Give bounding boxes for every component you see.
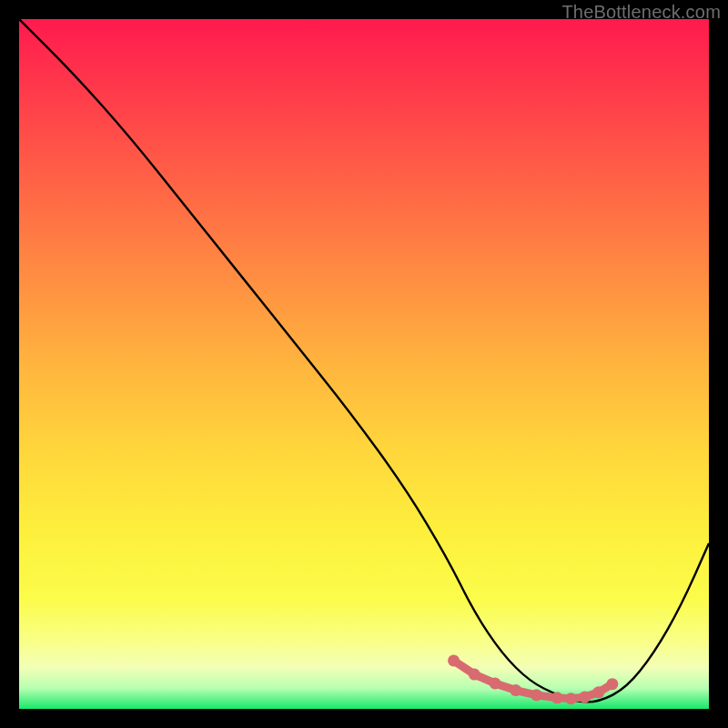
valley-highlight-dot — [531, 689, 542, 701]
chart-svg — [19, 19, 709, 709]
valley-highlight-dot — [448, 654, 460, 666]
chart-frame — [19, 19, 709, 709]
valley-highlight-dot — [510, 684, 521, 696]
valley-highlight-group — [448, 654, 618, 704]
valley-highlight-dot — [565, 693, 577, 704]
valley-highlight-dot — [579, 692, 591, 703]
valley-highlight-dot — [551, 692, 563, 703]
bottleneck-curve-path — [19, 19, 709, 702]
valley-highlight-dot — [606, 678, 618, 690]
valley-highlight-dot — [592, 686, 604, 698]
valley-highlight-dot — [490, 677, 501, 689]
valley-highlight-dot — [469, 669, 480, 681]
